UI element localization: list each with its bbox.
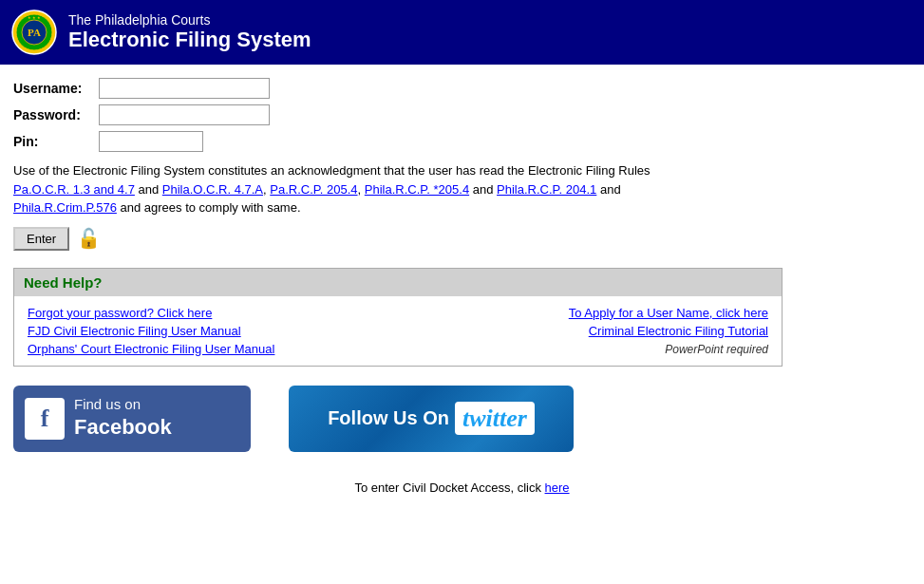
facebook-name-label: Facebook	[74, 414, 172, 442]
header-title: The Philadelphia Courts Electronic Filin…	[68, 12, 311, 52]
help-section: Need Help? Forgot your password? Click h…	[13, 268, 783, 367]
header-line1: The Philadelphia Courts	[68, 12, 311, 28]
footer-text: To enter Civil Docket Access, click	[354, 480, 541, 495]
link-phila-rcp-204[interactable]: Phila.R.C.P. 204.1	[497, 182, 596, 197]
help-row-2: FJD Civil Electronic Filing User Manual …	[24, 322, 772, 340]
link-apply-username[interactable]: To Apply for a User Name, click here	[569, 306, 768, 320]
social-row: f Find us on Facebook Follow Us On twitt…	[13, 386, 911, 452]
svg-text:PA: PA	[28, 27, 41, 38]
lock-icon: 🔓	[77, 227, 101, 250]
page-header: PA ★ ★ ★ The Philadelphia Courts Electro…	[0, 0, 924, 65]
help-body: Forgot your password? Click here To Appl…	[14, 296, 782, 366]
pin-label: Pin:	[13, 134, 99, 149]
help-header: Need Help?	[14, 269, 782, 296]
password-input[interactable]	[99, 104, 270, 125]
link-phila-rcp-205[interactable]: Phila.R.C.P. *205.4	[365, 182, 469, 197]
enter-button[interactable]: Enter	[13, 227, 69, 251]
link-criminal-tutorial[interactable]: Criminal Electronic Filing Tutorial	[589, 324, 768, 338]
twitter-button[interactable]: Follow Us On twitter	[289, 386, 574, 452]
pin-input[interactable]	[99, 131, 203, 152]
enter-row: Enter 🔓	[13, 227, 911, 251]
court-seal-icon: PA ★ ★ ★	[11, 9, 57, 55]
pin-row: Pin:	[13, 131, 911, 152]
disclaimer-text: Use of the Electronic Filing System cons…	[13, 161, 792, 217]
twitter-logo: twitter	[455, 402, 535, 435]
login-form: Username: Password: Pin:	[13, 78, 911, 152]
link-pa-rcp-205[interactable]: Pa.R.C.P. 205.4	[270, 182, 357, 197]
help-row-1: Forgot your password? Click here To Appl…	[24, 304, 772, 322]
facebook-find-label: Find us on	[74, 395, 172, 414]
twitter-follow-label: Follow Us On	[328, 407, 449, 429]
disclaimer-prefix: Use of the Electronic Filing System cons…	[13, 163, 651, 178]
page-footer: To enter Civil Docket Access, click here	[0, 471, 924, 514]
powerpoint-note: PowerPoint required	[665, 343, 768, 356]
link-fjd-manual[interactable]: FJD Civil Electronic Filing User Manual	[28, 324, 241, 338]
help-links-table: Forgot your password? Click here To Appl…	[24, 304, 772, 358]
link-orphans-manual[interactable]: Orphans' Court Electronic Filing User Ma…	[28, 342, 274, 356]
username-label: Username:	[13, 81, 99, 96]
help-row-3: Orphans' Court Electronic Filing User Ma…	[24, 340, 772, 358]
username-row: Username:	[13, 78, 911, 99]
link-phila-ocr[interactable]: Phila.O.C.R. 4.7.A	[162, 182, 263, 197]
footer-civil-docket-link[interactable]: here	[545, 480, 570, 495]
link-forgot-password[interactable]: Forgot your password? Click here	[28, 306, 212, 320]
link-phila-rcrim[interactable]: Phila.R.Crim.P.576	[13, 200, 117, 215]
disclaimer-suffix: and agrees to comply with same.	[121, 200, 301, 215]
facebook-icon: f	[25, 398, 65, 440]
username-input[interactable]	[99, 78, 270, 99]
password-label: Password:	[13, 107, 99, 122]
facebook-button[interactable]: f Find us on Facebook	[13, 386, 251, 452]
svg-text:★ ★ ★: ★ ★ ★	[28, 15, 41, 20]
header-line2: Electronic Filing System	[68, 28, 311, 52]
password-row: Password:	[13, 104, 911, 125]
facebook-text: Find us on Facebook	[74, 395, 172, 441]
link-pa-ocr[interactable]: Pa.O.C.R. 1.3 and 4.7	[13, 182, 135, 197]
